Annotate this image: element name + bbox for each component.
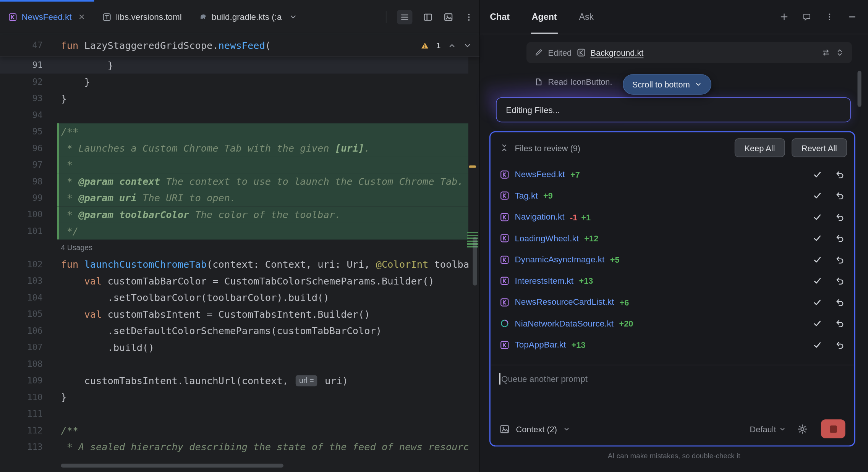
code-line[interactable]: 95/** <box>0 123 468 140</box>
revert-file-icon[interactable] <box>836 212 845 222</box>
scroll-to-bottom-button[interactable]: Scroll to bottom <box>623 74 711 95</box>
keep-all-button[interactable]: Keep All <box>734 138 785 157</box>
file-link[interactable]: Navigation.kt <box>515 212 565 222</box>
revert-file-icon[interactable] <box>836 340 845 350</box>
revert-file-icon[interactable] <box>836 276 845 286</box>
line-number[interactable]: 104 <box>0 289 57 306</box>
line-number[interactable]: 108 <box>0 356 57 372</box>
chat-scrollbar[interactable] <box>857 71 861 107</box>
accept-file-icon[interactable] <box>813 191 822 200</box>
next-problem-icon[interactable] <box>463 41 472 50</box>
accept-file-icon[interactable] <box>813 276 822 286</box>
file-link[interactable]: DynamicAsyncImage.kt <box>515 255 605 265</box>
file-review-row[interactable]: NiaNetworkDataSource.kt+20 <box>491 313 854 334</box>
line-number[interactable]: 97 <box>0 157 57 173</box>
accept-file-icon[interactable] <box>813 170 822 179</box>
model-selector[interactable]: Default <box>750 424 786 434</box>
code-line[interactable]: 111 <box>0 406 468 422</box>
line-number[interactable]: 107 <box>0 339 57 356</box>
more-options-icon[interactable] <box>464 12 474 22</box>
code-line[interactable]: 94 <box>0 107 468 123</box>
collapse-icon[interactable] <box>500 143 508 152</box>
line-number[interactable]: 113 <box>0 439 57 455</box>
code-line[interactable]: 110} <box>0 389 468 406</box>
code-line[interactable]: 92 } <box>0 74 468 90</box>
file-review-row[interactable]: NewsFeed.kt+7 <box>491 164 854 185</box>
file-link[interactable]: LoadingWheel.kt <box>515 233 579 243</box>
line-number[interactable]: 94 <box>0 107 57 123</box>
line-number[interactable]: 110 <box>0 389 57 406</box>
line-number[interactable]: 112 <box>0 422 57 439</box>
code-line[interactable]: 97 * <box>0 157 468 173</box>
code-line[interactable]: 107 .build() <box>0 339 468 356</box>
expand-icon[interactable] <box>836 48 844 57</box>
more-options-icon[interactable] <box>825 12 834 22</box>
close-icon[interactable] <box>78 13 86 21</box>
line-number[interactable]: 96 <box>0 140 57 157</box>
split-editor-icon[interactable] <box>423 12 433 22</box>
chevron-down-icon[interactable] <box>563 425 570 433</box>
line-number[interactable]: 95 <box>0 123 57 140</box>
code-line[interactable]: 91 } <box>0 57 468 73</box>
code-line[interactable]: 98 * @param context The context to use t… <box>0 173 468 190</box>
previous-problem-icon[interactable] <box>448 41 456 50</box>
revert-file-icon[interactable] <box>836 234 845 243</box>
file-review-row[interactable]: Navigation.kt-1+1 <box>491 206 854 228</box>
accept-file-icon[interactable] <box>813 234 822 243</box>
line-number[interactable]: 103 <box>0 273 57 289</box>
accept-file-icon[interactable] <box>813 319 822 328</box>
open-diff-icon[interactable] <box>821 48 830 57</box>
line-number[interactable]: 98 <box>0 173 57 190</box>
code-line[interactable]: 112/** <box>0 422 468 439</box>
new-chat-icon[interactable] <box>779 12 789 22</box>
code-line[interactable]: 100 * @param toolbarColor The color of t… <box>0 206 468 223</box>
code-line[interactable]: 99 * @param uri The URI to open. <box>0 190 468 206</box>
line-number[interactable]: 91 <box>0 57 57 73</box>
editor-tab[interactable]: libs.versions.toml <box>94 0 190 34</box>
line-number[interactable]: 102 <box>0 256 57 273</box>
code-line[interactable]: 109 customTabsIntent.launchUrl(context, … <box>0 372 468 389</box>
line-number[interactable]: 99 <box>0 190 57 206</box>
code-line[interactable]: 108 <box>0 356 468 372</box>
code-editor[interactable]: 91 }92 }93}9495/**96 * Launches a Custom… <box>0 57 479 472</box>
code-line[interactable]: 103 val customTabBarColor = CustomTabCol… <box>0 273 468 289</box>
line-number[interactable]: 111 <box>0 406 57 422</box>
file-link[interactable]: NewsFeed.kt <box>515 170 565 179</box>
code-line[interactable]: 105 val customTabsIntent = CustomTabsInt… <box>0 306 468 322</box>
context-selector[interactable]: Context (2) <box>516 424 557 434</box>
editing-files-status[interactable]: Editing Files... <box>496 97 851 122</box>
code-line[interactable]: 104 .setToolbarColor(toolbarColor).build… <box>0 289 468 306</box>
editor-vertical-scrollbar[interactable] <box>473 237 477 286</box>
revert-file-icon[interactable] <box>836 170 845 179</box>
revert-all-button[interactable]: Revert All <box>792 138 847 157</box>
chat-tab-ask[interactable]: Ask <box>578 0 595 34</box>
edited-file-link[interactable]: Background.kt <box>590 48 643 57</box>
file-link[interactable]: TopAppBar.kt <box>515 340 566 350</box>
line-number[interactable]: 101 <box>0 223 57 239</box>
line-number[interactable]: 106 <box>0 323 57 339</box>
file-review-row[interactable]: DynamicAsyncImage.kt+5 <box>491 249 854 270</box>
accept-file-icon[interactable] <box>813 255 822 265</box>
accept-file-icon[interactable] <box>813 212 822 222</box>
usages-inlay-hint[interactable]: 4 Usages <box>0 239 468 256</box>
edited-file-row[interactable]: Edited Background.kt <box>526 42 852 63</box>
code-line[interactable]: 113 * A sealed hierarchy describing the … <box>0 439 468 455</box>
file-link[interactable]: InterestsItem.kt <box>515 276 574 286</box>
read-file-row[interactable]: Read IconButton. <box>534 77 612 86</box>
revert-file-icon[interactable] <box>836 319 845 328</box>
file-link[interactable]: NiaNetworkDataSource.kt <box>515 318 614 328</box>
code-line[interactable]: 101 */ <box>0 223 468 239</box>
line-number[interactable]: 100 <box>0 206 57 223</box>
conversation-history-icon[interactable] <box>802 12 812 22</box>
editor-list-icon[interactable] <box>397 10 413 24</box>
editor-tab[interactable]: NewsFeed.kt <box>0 0 94 34</box>
accept-file-icon[interactable] <box>813 297 822 307</box>
line-number[interactable]: 93 <box>0 90 57 107</box>
file-review-row[interactable]: LoadingWheel.kt+12 <box>491 228 854 249</box>
file-link[interactable]: Tag.kt <box>515 191 538 201</box>
chat-tab-chat[interactable]: Chat <box>489 0 510 34</box>
image-preview-icon[interactable] <box>444 12 453 22</box>
line-number[interactable]: 105 <box>0 306 57 322</box>
line-number[interactable]: 109 <box>0 372 57 389</box>
line-number[interactable]: 92 <box>0 74 57 90</box>
